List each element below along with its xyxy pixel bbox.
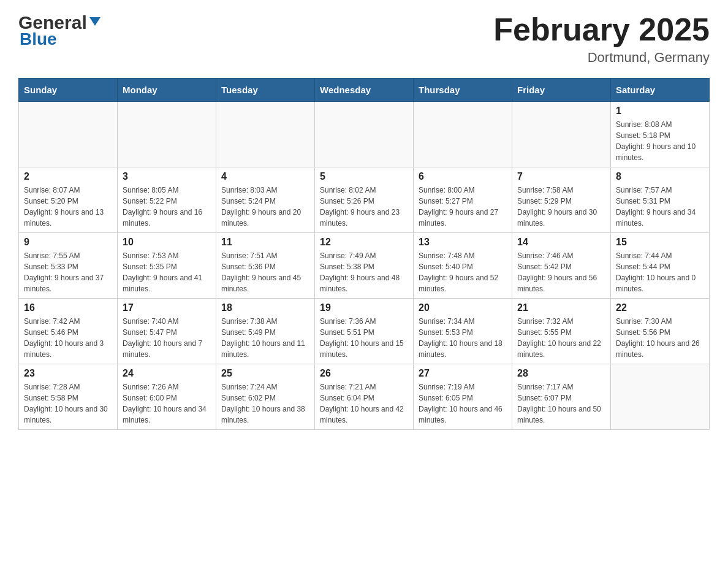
- day-info: Sunrise: 7:26 AMSunset: 6:00 PMDaylight:…: [123, 381, 211, 426]
- day-number: 26: [320, 368, 408, 379]
- calendar-cell: 20Sunrise: 7:34 AMSunset: 5:53 PMDayligh…: [414, 299, 512, 364]
- calendar-cell: 25Sunrise: 7:24 AMSunset: 6:02 PMDayligh…: [216, 364, 315, 430]
- day-info: Sunrise: 8:03 AMSunset: 5:24 PMDaylight:…: [221, 185, 309, 229]
- day-info: Sunrise: 7:24 AMSunset: 6:02 PMDaylight:…: [221, 381, 309, 426]
- day-info: Sunrise: 7:36 AMSunset: 5:51 PMDaylight:…: [320, 316, 408, 360]
- day-info: Sunrise: 8:05 AMSunset: 5:22 PMDaylight:…: [123, 185, 211, 229]
- calendar-cell: [611, 364, 710, 430]
- day-info: Sunrise: 8:07 AMSunset: 5:20 PMDaylight:…: [24, 185, 112, 229]
- calendar-cell: 10Sunrise: 7:53 AMSunset: 5:35 PMDayligh…: [118, 233, 216, 299]
- calendar-cell: [216, 102, 315, 167]
- calendar-cell: 7Sunrise: 7:58 AMSunset: 5:29 PMDaylight…: [512, 167, 611, 233]
- calendar-cell: [19, 102, 118, 167]
- day-info: Sunrise: 7:30 AMSunset: 5:56 PMDaylight:…: [616, 316, 704, 360]
- day-number: 9: [24, 237, 112, 248]
- week-row-5: 23Sunrise: 7:28 AMSunset: 5:58 PMDayligh…: [19, 364, 710, 430]
- day-info: Sunrise: 7:32 AMSunset: 5:55 PMDaylight:…: [517, 316, 605, 360]
- day-info: Sunrise: 7:28 AMSunset: 5:58 PMDaylight:…: [24, 381, 112, 426]
- day-number: 14: [517, 237, 605, 248]
- calendar-cell: 26Sunrise: 7:21 AMSunset: 6:04 PMDayligh…: [315, 364, 414, 430]
- week-row-4: 16Sunrise: 7:42 AMSunset: 5:46 PMDayligh…: [19, 299, 710, 364]
- week-row-3: 9Sunrise: 7:55 AMSunset: 5:33 PMDaylight…: [19, 233, 710, 299]
- day-info: Sunrise: 7:48 AMSunset: 5:40 PMDaylight:…: [419, 250, 507, 294]
- logo: General Blue: [18, 12, 102, 49]
- calendar-cell: 19Sunrise: 7:36 AMSunset: 5:51 PMDayligh…: [315, 299, 414, 364]
- calendar-cell: 17Sunrise: 7:40 AMSunset: 5:47 PMDayligh…: [118, 299, 216, 364]
- day-number: 12: [320, 237, 408, 248]
- calendar-cell: [315, 102, 414, 167]
- calendar-cell: 5Sunrise: 8:02 AMSunset: 5:26 PMDaylight…: [315, 167, 414, 233]
- day-number: 28: [517, 368, 605, 379]
- svg-marker-0: [89, 17, 100, 26]
- calendar-cell: 9Sunrise: 7:55 AMSunset: 5:33 PMDaylight…: [19, 233, 118, 299]
- day-info: Sunrise: 7:34 AMSunset: 5:53 PMDaylight:…: [419, 316, 507, 360]
- calendar-cell: 8Sunrise: 7:57 AMSunset: 5:31 PMDaylight…: [611, 167, 710, 233]
- title-block: February 2025 Dortmund, Germany: [493, 12, 710, 66]
- day-number: 5: [320, 171, 408, 182]
- day-info: Sunrise: 7:19 AMSunset: 6:05 PMDaylight:…: [419, 381, 507, 426]
- calendar-cell: 14Sunrise: 7:46 AMSunset: 5:42 PMDayligh…: [512, 233, 611, 299]
- day-info: Sunrise: 7:21 AMSunset: 6:04 PMDaylight:…: [320, 381, 408, 426]
- calendar-cell: 18Sunrise: 7:38 AMSunset: 5:49 PMDayligh…: [216, 299, 315, 364]
- calendar-cell: 15Sunrise: 7:44 AMSunset: 5:44 PMDayligh…: [611, 233, 710, 299]
- header-monday: Monday: [118, 79, 216, 102]
- day-info: Sunrise: 7:44 AMSunset: 5:44 PMDaylight:…: [616, 250, 704, 294]
- day-number: 1: [616, 105, 704, 117]
- day-number: 7: [517, 171, 605, 182]
- calendar-cell: 12Sunrise: 7:49 AMSunset: 5:38 PMDayligh…: [315, 233, 414, 299]
- header-thursday: Thursday: [414, 79, 512, 102]
- calendar-cell: 24Sunrise: 7:26 AMSunset: 6:00 PMDayligh…: [118, 364, 216, 430]
- day-info: Sunrise: 7:49 AMSunset: 5:38 PMDaylight:…: [320, 250, 408, 294]
- page-header: General Blue February 2025 Dortmund, Ger…: [18, 12, 710, 66]
- day-number: 22: [616, 302, 704, 313]
- calendar-cell: [414, 102, 512, 167]
- calendar-cell: 23Sunrise: 7:28 AMSunset: 5:58 PMDayligh…: [19, 364, 118, 430]
- header-sunday: Sunday: [19, 79, 118, 102]
- day-number: 13: [419, 237, 507, 248]
- day-number: 16: [24, 302, 112, 313]
- calendar-cell: 2Sunrise: 8:07 AMSunset: 5:20 PMDaylight…: [19, 167, 118, 233]
- week-row-2: 2Sunrise: 8:07 AMSunset: 5:20 PMDaylight…: [19, 167, 710, 233]
- day-number: 23: [24, 368, 112, 379]
- calendar-cell: 22Sunrise: 7:30 AMSunset: 5:56 PMDayligh…: [611, 299, 710, 364]
- week-row-1: 1Sunrise: 8:08 AMSunset: 5:18 PMDaylight…: [19, 102, 710, 167]
- calendar-cell: 27Sunrise: 7:19 AMSunset: 6:05 PMDayligh…: [414, 364, 512, 430]
- calendar-table: SundayMondayTuesdayWednesdayThursdayFrid…: [18, 78, 710, 430]
- header-row: SundayMondayTuesdayWednesdayThursdayFrid…: [19, 79, 710, 102]
- calendar-body: 1Sunrise: 8:08 AMSunset: 5:18 PMDaylight…: [19, 102, 710, 430]
- day-number: 8: [616, 171, 704, 182]
- day-info: Sunrise: 7:55 AMSunset: 5:33 PMDaylight:…: [24, 250, 112, 294]
- calendar-cell: 3Sunrise: 8:05 AMSunset: 5:22 PMDaylight…: [118, 167, 216, 233]
- calendar-cell: 1Sunrise: 8:08 AMSunset: 5:18 PMDaylight…: [611, 102, 710, 167]
- day-info: Sunrise: 7:58 AMSunset: 5:29 PMDaylight:…: [517, 185, 605, 229]
- day-number: 27: [419, 368, 507, 379]
- day-info: Sunrise: 7:38 AMSunset: 5:49 PMDaylight:…: [221, 316, 309, 360]
- logo-blue: Blue: [20, 29, 57, 49]
- day-number: 15: [616, 237, 704, 248]
- calendar-cell: 21Sunrise: 7:32 AMSunset: 5:55 PMDayligh…: [512, 299, 611, 364]
- day-number: 6: [419, 171, 507, 182]
- day-number: 19: [320, 302, 408, 313]
- day-info: Sunrise: 7:40 AMSunset: 5:47 PMDaylight:…: [123, 316, 211, 360]
- calendar-cell: 28Sunrise: 7:17 AMSunset: 6:07 PMDayligh…: [512, 364, 611, 430]
- day-info: Sunrise: 7:53 AMSunset: 5:35 PMDaylight:…: [123, 250, 211, 294]
- day-number: 3: [123, 171, 211, 182]
- day-number: 20: [419, 302, 507, 313]
- calendar-header: SundayMondayTuesdayWednesdayThursdayFrid…: [19, 79, 710, 102]
- day-info: Sunrise: 7:17 AMSunset: 6:07 PMDaylight:…: [517, 381, 605, 426]
- day-info: Sunrise: 8:00 AMSunset: 5:27 PMDaylight:…: [419, 185, 507, 229]
- calendar-cell: [118, 102, 216, 167]
- day-number: 10: [123, 237, 211, 248]
- day-number: 2: [24, 171, 112, 182]
- logo-triangle-icon: [88, 15, 102, 28]
- calendar-cell: 16Sunrise: 7:42 AMSunset: 5:46 PMDayligh…: [19, 299, 118, 364]
- main-title: February 2025: [493, 12, 710, 47]
- header-wednesday: Wednesday: [315, 79, 414, 102]
- location-subtitle: Dortmund, Germany: [493, 50, 710, 66]
- calendar-cell: [512, 102, 611, 167]
- header-friday: Friday: [512, 79, 611, 102]
- day-number: 11: [221, 237, 309, 248]
- calendar-cell: 11Sunrise: 7:51 AMSunset: 5:36 PMDayligh…: [216, 233, 315, 299]
- calendar-cell: 6Sunrise: 8:00 AMSunset: 5:27 PMDaylight…: [414, 167, 512, 233]
- header-saturday: Saturday: [611, 79, 710, 102]
